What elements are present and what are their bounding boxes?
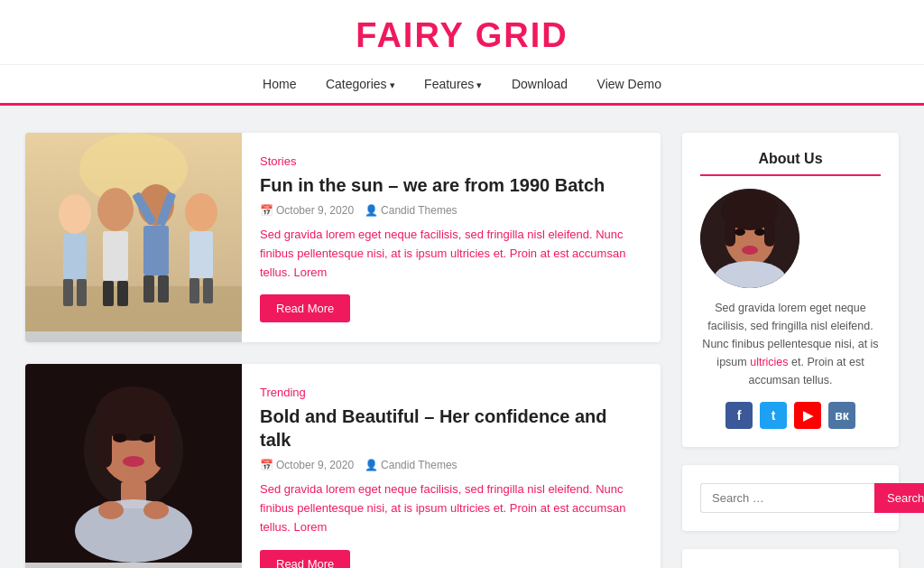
svg-rect-5 [63,279,73,306]
social-icons: f t ▶ вк [700,402,881,429]
svg-point-7 [97,188,134,231]
svg-point-3 [59,194,91,234]
post-title-1: Fun in the sun – we are from 1990 Batch [260,173,642,197]
search-widget: Search [682,465,899,531]
avatar-image [700,189,799,288]
vk-icon[interactable]: вк [828,402,855,429]
post-meta-1: 📅 October 9, 2020 👤 Candid Themes [260,204,642,217]
post-card-1: Stories Fun in the sun – we are from 199… [25,133,661,342]
site-title: FAIRY GRID [0,16,924,55]
nav-home[interactable]: Home [263,77,296,91]
svg-point-39 [735,228,745,236]
post-body-2: Trending Bold and Beautiful – Her confid… [242,364,661,568]
post-excerpt-2: Sed gravida lorem eget neque facilisis, … [260,480,642,536]
nav-download[interactable]: Download [512,77,568,91]
svg-point-32 [98,501,124,519]
svg-point-31 [75,499,192,563]
svg-rect-9 [103,281,114,306]
author-icon-1: 👤 [365,204,378,217]
post-author-2: 👤 Candid Themes [365,459,457,471]
site-header: FAIRY GRID [0,0,924,65]
nav-features[interactable]: Features [424,77,482,91]
about-avatar-wrap [700,189,881,288]
about-description: Sed gravida lorem eget neque facilisis, … [700,299,881,389]
post-meta-2: 📅 October 9, 2020 👤 Candid Themes [260,459,642,471]
post-thumb-2 [25,364,242,568]
twitter-icon[interactable]: t [760,402,787,429]
svg-rect-25 [96,414,112,468]
search-wrap: Search [700,483,881,513]
featured-widget: Featured Posts [682,549,899,568]
main-layout: Stories Fun in the sun – we are from 199… [11,133,913,568]
svg-rect-38 [764,210,775,247]
facebook-icon[interactable]: f [725,402,753,429]
svg-point-29 [123,456,144,467]
svg-rect-37 [725,210,735,247]
svg-rect-12 [143,226,169,275]
calendar-icon-1: 📅 [260,204,273,217]
svg-rect-15 [143,275,154,303]
search-button[interactable]: Search [874,483,924,513]
main-nav: Home Categories Features Download View D… [0,65,924,106]
read-more-btn-2[interactable]: Read More [260,550,350,568]
svg-point-17 [185,193,217,231]
youtube-icon[interactable]: ▶ [794,402,821,429]
sidebar: About Us [682,133,899,568]
svg-point-41 [742,246,758,255]
post-author-1: 👤 Candid Themes [365,204,457,217]
post-image-2 [25,364,242,563]
svg-rect-4 [63,234,87,279]
post-image-1 [25,133,242,331]
post-body-1: Stories Fun in the sun – we are from 199… [242,133,661,342]
nav-categories[interactable]: Categories [326,77,395,91]
about-title: About Us [700,151,881,176]
about-avatar [700,189,799,288]
read-more-btn-1[interactable]: Read More [260,294,350,322]
search-input[interactable] [700,483,874,513]
nav-viewdemo[interactable]: View Demo [597,77,661,91]
post-excerpt-1: Sed gravida lorem eget neque facilisis, … [260,226,642,282]
post-date-2: 📅 October 9, 2020 [260,459,354,471]
content-area: Stories Fun in the sun – we are from 199… [25,133,661,568]
svg-rect-19 [189,278,199,303]
svg-point-28 [140,433,154,442]
author-icon-2: 👤 [365,459,378,471]
post-title-2: Bold and Beautiful – Her confidence and … [260,405,642,452]
post-date-1: 📅 October 9, 2020 [260,204,354,217]
svg-rect-8 [103,231,128,281]
svg-rect-6 [77,279,87,306]
svg-rect-26 [155,414,171,468]
post-card-2: Trending Bold and Beautiful – Her confid… [25,364,661,568]
post-thumb-1 [25,133,242,342]
svg-rect-20 [203,278,213,303]
about-link[interactable]: ultricies [750,356,788,368]
svg-rect-18 [189,231,213,278]
post-category-2[interactable]: Trending [260,386,306,399]
svg-rect-16 [158,275,169,303]
svg-point-40 [754,228,765,236]
post-category-1[interactable]: Stories [260,154,296,168]
about-widget: About Us [682,133,899,447]
svg-point-27 [113,433,127,442]
svg-point-33 [143,501,169,519]
calendar-icon-2: 📅 [260,459,273,471]
svg-rect-10 [117,281,128,306]
